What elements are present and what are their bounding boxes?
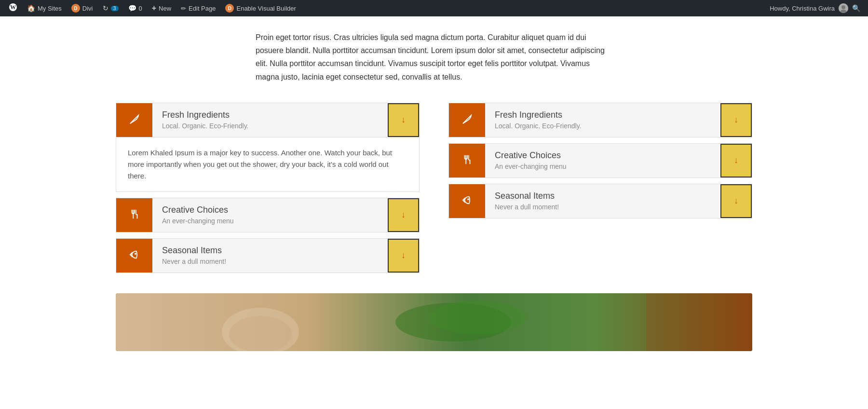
updates-item[interactable]: ↻ 3 — [98, 0, 123, 16]
enable-visual-builder-label: Enable Visual Builder — [236, 5, 296, 12]
divi-item[interactable]: D Divi — [67, 0, 98, 16]
accordion-item-creative-choices-right: Creative ChoicesAn ever-changing menu↓ — [448, 143, 752, 178]
svg-point-10 — [467, 199, 468, 200]
accordion-item-seasonal-items-left: Seasonal ItemsNever a dull moment!↓ — [116, 238, 420, 273]
accordion-item-creative-choices-left: Creative ChoicesAn ever-changing menu↓ — [116, 198, 420, 232]
svg-rect-16 — [646, 293, 752, 351]
plus-icon: + — [152, 4, 156, 13]
intro-paragraph: Proin eget tortor risus. Cras ultricies … — [256, 31, 612, 83]
accordion-title-seasonal-items-right: Seasonal Items — [495, 191, 711, 201]
accordion-header-seasonal-items-left: Seasonal ItemsNever a dull moment!↓ — [116, 239, 419, 273]
right-accordion-column: Fresh IngredientsLocal. Organic. Eco-Fri… — [448, 103, 752, 279]
avatar — [839, 3, 848, 13]
accordion-title-fresh-ingredients-right: Fresh Ingredients — [495, 110, 711, 120]
admin-bar-right: Howdy, Christina Gwira 🔍 — [770, 3, 864, 13]
accordion-title-creative-choices-left: Creative Choices — [162, 205, 378, 215]
accordion-title-seasonal-items-left: Seasonal Items — [162, 245, 378, 256]
admin-bar: W 🏠 My Sites D Divi ↻ 3 💬 0 + New ✏ Edit… — [0, 0, 868, 16]
fish-icon — [129, 249, 140, 262]
accordion-toggle-seasonal-items-right[interactable]: ↓ — [720, 184, 752, 218]
accordion-icon-box-seasonal-items-right — [449, 184, 485, 218]
fish-icon — [462, 195, 473, 207]
comment-count: 0 — [139, 5, 142, 12]
left-accordion-column: Fresh IngredientsLocal. Organic. Eco-Fri… — [116, 103, 420, 279]
accordion-title-area-creative-choices-right: Creative ChoicesAn ever-changing menu — [485, 144, 720, 177]
accordion-title-area-fresh-ingredients-right: Fresh IngredientsLocal. Organic. Eco-Fri… — [485, 103, 720, 137]
accordion-subtitle-fresh-ingredients-left: Local. Organic. Eco-Friendly. — [162, 122, 378, 130]
accordion-wrapper: Fresh IngredientsLocal. Organic. Eco-Fri… — [101, 103, 767, 279]
utensils-icon — [462, 154, 473, 167]
arrow-down-icon: ↓ — [401, 115, 406, 125]
arrow-down-icon: ↓ — [401, 250, 406, 260]
leaf-icon — [129, 114, 140, 126]
accordion-title-fresh-ingredients-left: Fresh Ingredients — [162, 110, 378, 120]
accordion-subtitle-fresh-ingredients-right: Local. Organic. Eco-Friendly. — [495, 122, 711, 130]
svg-point-7 — [135, 253, 136, 254]
comment-icon: 💬 — [128, 4, 136, 12]
divi-label: Divi — [82, 5, 93, 12]
accordion-title-area-fresh-ingredients-left: Fresh IngredientsLocal. Organic. Eco-Fri… — [152, 103, 388, 137]
update-count: 3 — [111, 6, 119, 11]
svg-point-13 — [229, 316, 292, 351]
accordion-title-area-seasonal-items-right: Seasonal ItemsNever a dull moment! — [485, 184, 720, 218]
new-item[interactable]: + New — [147, 0, 176, 16]
divi-circle-icon: D — [225, 4, 234, 13]
enable-visual-builder-item[interactable]: D Enable Visual Builder — [220, 0, 300, 16]
accordion-toggle-fresh-ingredients-left[interactable]: ↓ — [388, 103, 419, 137]
accordion-header-fresh-ingredients-left: Fresh IngredientsLocal. Organic. Eco-Fri… — [116, 103, 419, 137]
page-content: Proin eget tortor risus. Cras ultricies … — [0, 16, 868, 366]
accordion-title-area-seasonal-items-left: Seasonal ItemsNever a dull moment! — [152, 239, 388, 273]
wp-icon-item[interactable]: W — [4, 0, 22, 16]
accordion-toggle-seasonal-items-left[interactable]: ↓ — [388, 239, 419, 273]
refresh-icon: ↻ — [103, 4, 108, 12]
accordion-subtitle-creative-choices-right: An ever-changing menu — [495, 163, 711, 170]
accordion-toggle-creative-choices-left[interactable]: ↓ — [388, 198, 419, 232]
comments-item[interactable]: 💬 0 — [123, 0, 147, 16]
leaf-icon — [462, 114, 473, 126]
my-sites-label: My Sites — [38, 5, 62, 12]
accordion-icon-box-creative-choices-right — [449, 144, 485, 177]
arrow-down-icon: ↓ — [734, 115, 738, 125]
accordion-item-seasonal-items-right: Seasonal ItemsNever a dull moment!↓ — [448, 184, 752, 218]
accordion-subtitle-seasonal-items-left: Never a dull moment! — [162, 258, 378, 265]
accordion-title-area-creative-choices-left: Creative ChoicesAn ever-changing menu — [152, 198, 388, 232]
arrow-down-icon: ↓ — [734, 155, 738, 165]
accordion-toggle-fresh-ingredients-right[interactable]: ↓ — [720, 103, 752, 137]
my-sites-item[interactable]: 🏠 My Sites — [22, 0, 67, 16]
new-label: New — [159, 5, 171, 12]
sites-icon: 🏠 — [27, 4, 35, 12]
accordion-header-creative-choices-right: Creative ChoicesAn ever-changing menu↓ — [449, 144, 752, 177]
accordion-header-seasonal-items-right: Seasonal ItemsNever a dull moment!↓ — [449, 184, 752, 218]
bottom-image — [116, 293, 752, 351]
intro-text-block: Proin eget tortor risus. Cras ultricies … — [246, 31, 622, 83]
accordion-subtitle-seasonal-items-right: Never a dull moment! — [495, 203, 711, 211]
divi-icon: D — [71, 4, 80, 13]
bottom-image-section — [101, 293, 767, 366]
svg-text:W: W — [10, 4, 16, 11]
accordion-item-fresh-ingredients-right: Fresh IngredientsLocal. Organic. Eco-Fri… — [448, 103, 752, 137]
accordion-subtitle-creative-choices-left: An ever-changing menu — [162, 217, 378, 225]
svg-point-15 — [429, 300, 526, 334]
accordion-icon-box-creative-choices-left — [116, 198, 152, 232]
accordion-header-creative-choices-left: Creative ChoicesAn ever-changing menu↓ — [116, 198, 419, 232]
accordion-icon-box-fresh-ingredients-right — [449, 103, 485, 137]
accordion-header-fresh-ingredients-right: Fresh IngredientsLocal. Organic. Eco-Fri… — [449, 103, 752, 137]
pencil-icon: ✏ — [181, 5, 186, 12]
search-icon[interactable]: 🔍 — [852, 4, 860, 12]
arrow-down-icon: ↓ — [401, 210, 406, 220]
accordion-body-fresh-ingredients-left: Lorem Khaled Ipsum is a major key to suc… — [116, 137, 419, 191]
edit-page-label: Edit Page — [189, 5, 216, 12]
accordion-title-creative-choices-right: Creative Choices — [495, 150, 711, 161]
svg-point-3 — [841, 5, 845, 9]
user-greeting: Howdy, Christina Gwira — [770, 5, 835, 12]
wp-logo-icon: W — [9, 3, 17, 14]
arrow-down-icon: ↓ — [734, 196, 738, 206]
accordion-icon-box-fresh-ingredients-left — [116, 103, 152, 137]
accordion-icon-box-seasonal-items-left — [116, 239, 152, 273]
utensils-icon — [129, 209, 140, 221]
accordion-toggle-creative-choices-right[interactable]: ↓ — [720, 144, 752, 177]
accordion-item-fresh-ingredients-left: Fresh IngredientsLocal. Organic. Eco-Fri… — [116, 103, 420, 192]
edit-page-item[interactable]: ✏ Edit Page — [176, 0, 220, 16]
